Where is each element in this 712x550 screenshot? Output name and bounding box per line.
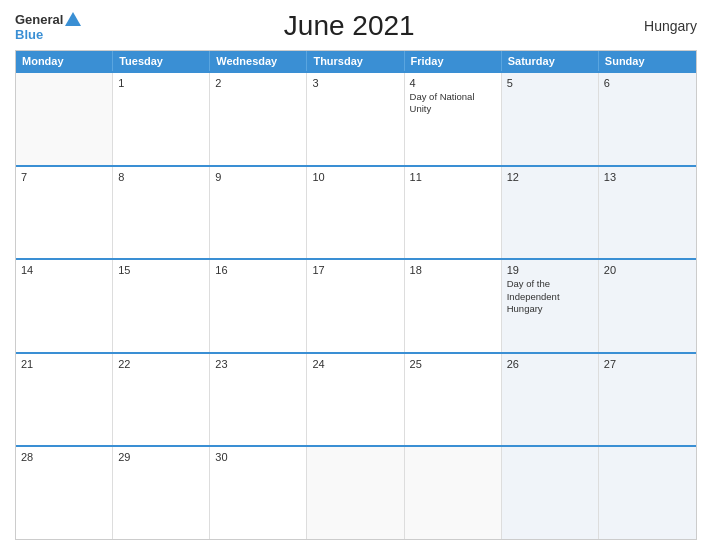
day-number: 4 [410,77,496,89]
logo-row1: General [15,12,81,28]
header-saturday: Saturday [502,51,599,71]
calendar-week-3: 141516171819Day of the Independent Hunga… [16,258,696,352]
day-number: 9 [215,171,301,183]
cal-cell-w5-d3: 30 [210,447,307,539]
day-number: 16 [215,264,301,276]
cal-cell-w1-d2: 1 [113,73,210,165]
cal-cell-w2-d3: 9 [210,167,307,259]
day-number: 27 [604,358,691,370]
day-number: 12 [507,171,593,183]
calendar-title: June 2021 [81,10,617,42]
calendar-header: Monday Tuesday Wednesday Thursday Friday… [16,51,696,71]
logo-general-text: General [15,13,63,26]
cal-cell-w5-d1: 28 [16,447,113,539]
cal-cell-w3-d6: 19Day of the Independent Hungary [502,260,599,352]
day-number: 2 [215,77,301,89]
cal-cell-w3-d4: 17 [307,260,404,352]
day-number: 7 [21,171,107,183]
cal-cell-w5-d6 [502,447,599,539]
cal-cell-w2-d5: 11 [405,167,502,259]
day-number: 18 [410,264,496,276]
cal-cell-w4-d1: 21 [16,354,113,446]
cal-cell-w1-d6: 5 [502,73,599,165]
day-number: 25 [410,358,496,370]
cal-cell-w2-d6: 12 [502,167,599,259]
cal-cell-w2-d1: 7 [16,167,113,259]
logo: General Blue [15,12,81,41]
header: General Blue June 2021 Hungary [15,10,697,42]
cal-cell-w5-d7 [599,447,696,539]
event-text: Day of National Unity [410,91,496,116]
calendar-week-2: 78910111213 [16,165,696,259]
day-number: 29 [118,451,204,463]
cal-cell-w2-d4: 10 [307,167,404,259]
header-monday: Monday [16,51,113,71]
cal-cell-w4-d5: 25 [405,354,502,446]
cal-cell-w1-d7: 6 [599,73,696,165]
logo-block: General Blue [15,12,81,41]
cal-cell-w4-d7: 27 [599,354,696,446]
logo-blue-text: Blue [15,28,43,41]
cal-cell-w4-d3: 23 [210,354,307,446]
calendar-week-1: 1234Day of National Unity56 [16,71,696,165]
country-label: Hungary [617,18,697,34]
cal-cell-w3-d7: 20 [599,260,696,352]
day-number: 20 [604,264,691,276]
cal-cell-w5-d2: 29 [113,447,210,539]
cal-cell-w4-d4: 24 [307,354,404,446]
cal-cell-w3-d2: 15 [113,260,210,352]
day-number: 21 [21,358,107,370]
day-number: 23 [215,358,301,370]
day-number: 28 [21,451,107,463]
cal-cell-w5-d4 [307,447,404,539]
cal-cell-w1-d1 [16,73,113,165]
cal-cell-w4-d6: 26 [502,354,599,446]
day-number: 1 [118,77,204,89]
day-number: 10 [312,171,398,183]
header-sunday: Sunday [599,51,696,71]
header-wednesday: Wednesday [210,51,307,71]
day-number: 15 [118,264,204,276]
day-number: 24 [312,358,398,370]
cal-cell-w5-d5 [405,447,502,539]
day-number: 14 [21,264,107,276]
cal-cell-w2-d7: 13 [599,167,696,259]
cal-cell-w3-d3: 16 [210,260,307,352]
day-number: 22 [118,358,204,370]
calendar-week-5: 282930 [16,445,696,539]
cal-cell-w4-d2: 22 [113,354,210,446]
day-number: 8 [118,171,204,183]
day-number: 26 [507,358,593,370]
event-text: Day of the Independent Hungary [507,278,593,315]
calendar: Monday Tuesday Wednesday Thursday Friday… [15,50,697,540]
cal-cell-w3-d5: 18 [405,260,502,352]
header-tuesday: Tuesday [113,51,210,71]
day-number: 3 [312,77,398,89]
header-thursday: Thursday [307,51,404,71]
logo-triangle-icon [65,12,81,26]
cal-cell-w3-d1: 14 [16,260,113,352]
cal-cell-w1-d3: 2 [210,73,307,165]
day-number: 19 [507,264,593,276]
day-number: 11 [410,171,496,183]
day-number: 6 [604,77,691,89]
page: General Blue June 2021 Hungary Monday Tu… [0,0,712,550]
header-friday: Friday [405,51,502,71]
day-number: 5 [507,77,593,89]
cal-cell-w1-d5: 4Day of National Unity [405,73,502,165]
cal-cell-w2-d2: 8 [113,167,210,259]
day-number: 17 [312,264,398,276]
day-number: 30 [215,451,301,463]
cal-cell-w1-d4: 3 [307,73,404,165]
calendar-body: 1234Day of National Unity567891011121314… [16,71,696,539]
day-number: 13 [604,171,691,183]
calendar-week-4: 21222324252627 [16,352,696,446]
